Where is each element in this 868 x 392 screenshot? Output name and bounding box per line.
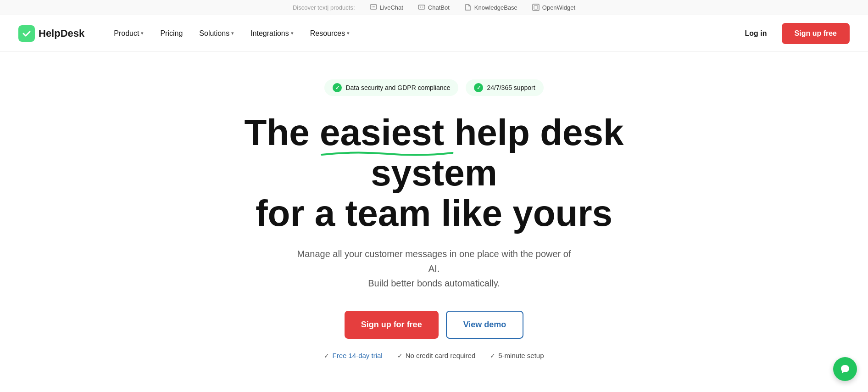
no-cc-check-icon: ✓ (397, 352, 403, 359)
topbar-chatbot[interactable]: ChatBot (418, 4, 450, 11)
nav-integrations[interactable]: Integrations ▾ (243, 26, 301, 41)
setup-text: 5-minute setup (498, 352, 544, 359)
trial-text: Free 14-day trial (332, 352, 382, 359)
solutions-chevron-icon: ▾ (231, 30, 234, 36)
setup-check-icon: ✓ (490, 352, 495, 359)
trial-check-icon: ✓ (324, 352, 329, 359)
nav-solutions[interactable]: Solutions ▾ (192, 26, 241, 41)
knowledgebase-label: KnowledgeBase (474, 4, 517, 11)
chat-widget-icon (839, 363, 851, 375)
gdpr-check-icon: ✓ (333, 83, 342, 92)
main-nav: HelpDesk Product ▾ Pricing Solutions ▾ I… (0, 15, 868, 52)
underline-decoration (320, 150, 455, 157)
topbar-livechat[interactable]: LiveChat (370, 4, 403, 11)
discover-label: Discover text| products: (293, 4, 355, 11)
livechat-label: LiveChat (380, 4, 403, 11)
hero-subtitle-line2: Build better bonds automatically. (368, 278, 500, 288)
badge-support-text: 24/7/365 support (487, 84, 535, 91)
product-chevron-icon: ▾ (141, 30, 144, 36)
view-demo-button[interactable]: View demo (446, 311, 524, 339)
svg-point-1 (372, 6, 373, 7)
login-button[interactable]: Log in (738, 26, 774, 41)
badges-row: ✓ Data security and GDPR compliance ✓ 24… (324, 79, 543, 96)
nav-links: Product ▾ Pricing Solutions ▾ Integratio… (106, 26, 737, 41)
nav-product[interactable]: Product ▾ (106, 26, 151, 41)
hero-title: The easiest help desk system for a team … (205, 112, 663, 234)
svg-rect-4 (418, 5, 425, 9)
hero-title-line2: for a team like yours (256, 193, 612, 234)
feature-setup: ✓ 5-minute setup (490, 352, 544, 359)
badge-gdpr-text: Data security and GDPR compliance (345, 84, 450, 91)
hero-title-line1: The easiest help desk system (244, 112, 623, 193)
chat-widget[interactable] (833, 357, 857, 381)
topbar-openwidget[interactable]: OpenWidget (532, 4, 575, 11)
nav-pricing[interactable]: Pricing (153, 26, 190, 41)
feature-no-cc: ✓ No credit card required (397, 352, 476, 359)
knowledgebase-icon (464, 4, 472, 11)
chatbot-label: ChatBot (428, 4, 450, 11)
livechat-icon (370, 4, 377, 11)
resources-chevron-icon: ▾ (347, 30, 350, 36)
hero-subtitle: Manage all your customer messages in one… (296, 246, 572, 291)
hero-easiest-word: easiest (320, 112, 455, 153)
chatbot-icon (418, 4, 425, 11)
svg-point-6 (422, 7, 423, 8)
hero-section: ✓ Data security and GDPR compliance ✓ 24… (0, 52, 868, 392)
nav-resources[interactable]: Resources ▾ (303, 26, 357, 41)
svg-rect-8 (534, 6, 538, 9)
signup-button[interactable]: Sign up free (782, 23, 850, 44)
topbar-knowledgebase[interactable]: KnowledgeBase (464, 4, 517, 11)
integrations-chevron-icon: ▾ (291, 30, 294, 36)
logo-text: HelpDesk (39, 28, 84, 39)
badge-gdpr: ✓ Data security and GDPR compliance (324, 79, 458, 96)
logo-icon (18, 25, 35, 42)
openwidget-icon (532, 4, 540, 11)
svg-point-2 (373, 6, 374, 7)
cta-buttons: Sign up for free View demo (345, 311, 524, 339)
badge-support: ✓ 24/7/365 support (466, 79, 543, 96)
feature-trial: ✓ Free 14-day trial (324, 352, 382, 359)
svg-point-5 (420, 7, 421, 8)
signup-free-button[interactable]: Sign up for free (345, 311, 439, 339)
support-check-icon: ✓ (474, 83, 483, 92)
svg-point-3 (374, 6, 375, 7)
top-bar: Discover text| products: LiveChat ChatBo… (0, 0, 868, 15)
nav-actions: Log in Sign up free (738, 23, 850, 44)
svg-rect-7 (533, 4, 539, 11)
openwidget-label: OpenWidget (542, 4, 575, 11)
no-cc-text: No credit card required (406, 352, 476, 359)
feature-list: ✓ Free 14-day trial ✓ No credit card req… (324, 352, 544, 359)
hero-subtitle-line1: Manage all your customer messages in one… (297, 249, 571, 274)
logo[interactable]: HelpDesk (18, 25, 84, 42)
